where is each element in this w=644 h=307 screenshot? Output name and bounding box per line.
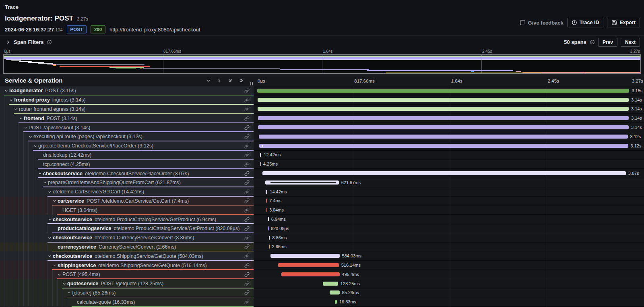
span-row[interactable]: frontend POST (3.14s) 3.14s [0, 114, 644, 123]
link-icon[interactable] [242, 253, 254, 259]
span-duration-bar[interactable] [269, 236, 270, 240]
span-duration-bar[interactable] [259, 144, 628, 148]
span-row[interactable]: quoteservice POST /getquote (128.25ms) 1… [0, 279, 644, 288]
span-row[interactable]: checkoutservice oteldemo.CheckoutService… [0, 169, 644, 178]
expand-chevron-icon[interactable] [47, 190, 53, 194]
span-row[interactable]: frontend-proxy ingress (3.14s) 3.14s [0, 95, 644, 105]
span-duration-bar[interactable] [265, 180, 339, 185]
span-row-label-cell[interactable]: calculate-quote (16.33ms) [0, 297, 254, 307]
span-row[interactable]: HGET (3.04ms) 3.04ms [0, 205, 644, 215]
span-row[interactable]: tcp.connect (4.25ms) 4.25ms [0, 160, 644, 169]
expand-chevron-icon[interactable] [9, 98, 14, 102]
expand-chevron-icon[interactable] [72, 300, 77, 304]
span-row-label-cell[interactable]: checkoutservice oteldemo.CheckoutService… [0, 169, 254, 178]
span-row[interactable]: calculate-quote (16.33ms) 16.33ms [0, 297, 644, 307]
span-duration-bar[interactable] [260, 153, 262, 157]
expand-chevron-icon[interactable] [62, 282, 67, 286]
expand-chevron-icon[interactable] [52, 263, 58, 268]
span-row[interactable]: prepareOrderItemsAndShippingQuoteFromCar… [0, 178, 644, 187]
export-button[interactable]: Export [607, 18, 640, 27]
expand-chevron-icon[interactable] [28, 135, 33, 139]
link-icon[interactable] [242, 235, 254, 241]
panel-resize-handle[interactable] [250, 82, 253, 85]
span-row-label-cell[interactable]: shippingservice oteldemo.ShippingService… [0, 261, 254, 270]
expand-chevron-icon[interactable] [52, 245, 58, 249]
span-row[interactable]: checkoutservice oteldemo.ProductCatalogS… [0, 215, 644, 224]
expand-chevron-icon[interactable] [52, 226, 58, 231]
span-duration-bar[interactable] [335, 300, 337, 304]
collapse-all-icon[interactable] [227, 78, 233, 83]
span-row[interactable]: {closure} (85.26ms) 85.26ms [0, 288, 644, 298]
span-row-label-cell[interactable]: router frontend egress (3.14s) [0, 105, 254, 114]
span-row-label-cell[interactable]: POST (495.4ms) [0, 270, 254, 279]
span-duration-bar[interactable] [266, 208, 268, 212]
span-row-label-cell[interactable]: {closure} (85.26ms) [0, 288, 254, 298]
expand-chevron-icon[interactable] [52, 199, 58, 203]
collapse-one-icon[interactable] [206, 78, 211, 83]
span-row[interactable]: checkoutservice oteldemo.ShippingService… [0, 251, 644, 261]
span-duration-bar[interactable] [278, 263, 339, 267]
span-duration-bar[interactable] [259, 135, 628, 139]
link-icon[interactable] [242, 217, 254, 222]
span-row-label-cell[interactable]: checkoutservice oteldemo.CurrencyService… [0, 233, 254, 243]
span-row-label-cell[interactable]: frontend POST (3.14s) [0, 114, 254, 123]
span-duration-bar[interactable] [262, 171, 625, 175]
link-icon[interactable] [242, 207, 254, 213]
span-row[interactable]: POST /api/checkout (3.14s) 3.14s [0, 123, 644, 132]
expand-chevron-icon[interactable] [67, 290, 72, 295]
span-row-label-cell[interactable]: oteldemo.CartService/GetCart (14.42ms) [0, 187, 254, 197]
span-row[interactable]: shippingservice oteldemo.ShippingService… [0, 261, 644, 270]
span-row[interactable]: cartservice POST /oteldemo.CartService/G… [0, 197, 644, 206]
link-icon[interactable] [242, 162, 254, 167]
span-row-label-cell[interactable]: HGET (3.04ms) [0, 205, 254, 215]
span-row[interactable]: loadgenerator POST (3.15s) 3.15s [0, 86, 644, 95]
expand-chevron-icon[interactable] [43, 180, 48, 185]
span-filters-toggle[interactable]: Span Filters [6, 39, 52, 45]
expand-chevron-icon[interactable] [4, 89, 9, 93]
info-icon[interactable] [590, 39, 595, 45]
give-feedback-link[interactable]: Give feedback [520, 20, 564, 26]
span-duration-bar[interactable] [258, 125, 629, 129]
span-duration-bar[interactable] [258, 98, 629, 102]
span-duration-bar[interactable] [258, 116, 629, 120]
span-duration-bar[interactable] [266, 199, 267, 203]
expand-chevron-icon[interactable] [23, 125, 29, 130]
span-row[interactable]: executing api route (pages) /api/checkou… [0, 132, 644, 141]
span-row[interactable]: oteldemo.CartService/GetCart (14.42ms) 1… [0, 187, 644, 197]
span-row-label-cell[interactable]: currencyservice CurrencyService/Convert … [0, 243, 254, 252]
prev-button[interactable]: Prev [598, 38, 617, 47]
expand-chevron-icon[interactable] [38, 153, 43, 157]
link-icon[interactable] [242, 281, 254, 286]
span-row[interactable]: dns.lookup (12.42ms) 12.42ms [0, 151, 644, 160]
span-duration-bar[interactable] [330, 290, 340, 295]
link-icon[interactable] [242, 143, 254, 149]
span-row[interactable]: router frontend egress (3.14s) 3.14s [0, 105, 644, 114]
span-row-label-cell[interactable]: frontend-proxy ingress (3.14s) [0, 95, 254, 105]
span-row-label-cell[interactable]: cartservice POST /oteldemo.CartService/G… [0, 197, 254, 206]
span-duration-bar[interactable] [268, 217, 269, 221]
link-icon[interactable] [242, 116, 254, 121]
expand-chevron-icon[interactable] [14, 107, 19, 111]
link-icon[interactable] [242, 244, 254, 249]
link-icon[interactable] [242, 180, 254, 185]
span-row[interactable]: currencyservice CurrencyService/Convert … [0, 243, 644, 252]
expand-chevron-icon[interactable] [38, 171, 43, 176]
link-icon[interactable] [242, 263, 254, 268]
span-row-label-cell[interactable]: loadgenerator POST (3.15s) [0, 86, 254, 95]
span-duration-bar[interactable] [266, 190, 267, 194]
span-duration-bar[interactable] [257, 89, 629, 93]
link-icon[interactable] [242, 134, 254, 139]
expand-one-icon[interactable] [217, 78, 222, 83]
span-row[interactable]: checkoutservice oteldemo.CurrencyService… [0, 233, 644, 243]
span-row[interactable]: grpc.oteldemo.CheckoutService/PlaceOrder… [0, 141, 644, 151]
expand-chevron-icon[interactable] [38, 162, 43, 166]
span-row-label-cell[interactable]: checkoutservice oteldemo.ProductCatalogS… [0, 215, 254, 224]
link-icon[interactable] [242, 106, 254, 112]
span-row[interactable]: productcatalogservice oteldemo.ProductCa… [0, 224, 644, 233]
link-icon[interactable] [242, 171, 254, 176]
span-duration-bar[interactable] [260, 162, 262, 166]
span-row-label-cell[interactable]: executing api route (pages) /api/checkou… [0, 132, 254, 141]
info-icon[interactable] [47, 39, 52, 45]
span-duration-bar[interactable] [270, 254, 340, 258]
expand-chevron-icon[interactable] [57, 208, 62, 212]
